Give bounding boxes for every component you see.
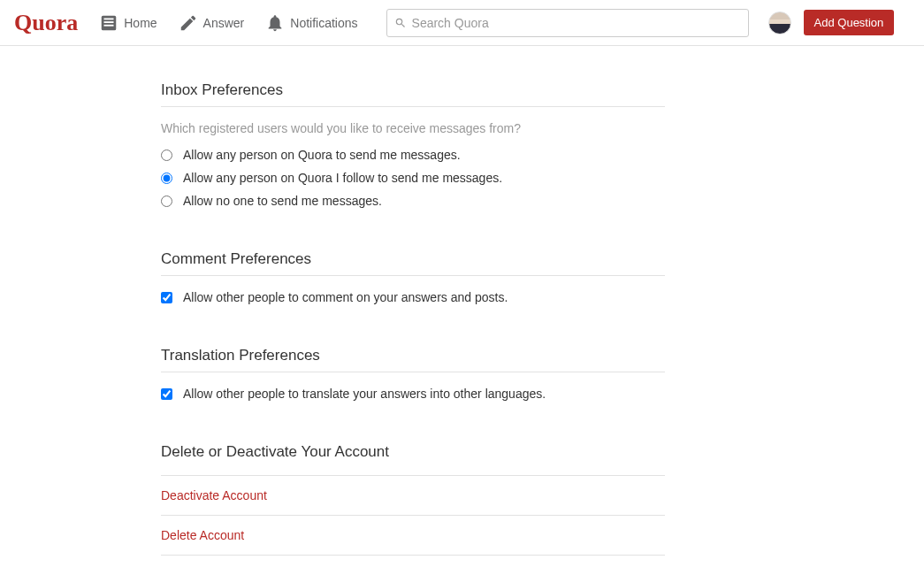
inbox-radio-anyone-input[interactable] xyxy=(161,150,172,161)
translation-checkbox-label[interactable]: Allow other people to translate your ans… xyxy=(183,387,546,401)
comment-checkbox-label[interactable]: Allow other people to comment on your an… xyxy=(183,290,508,304)
avatar[interactable] xyxy=(768,12,791,34)
inbox-title: Inbox Preferences xyxy=(161,81,665,107)
inbox-desc: Which registered users would you like to… xyxy=(161,121,665,135)
svg-rect-1 xyxy=(104,18,114,19)
translation-title: Translation Preferences xyxy=(161,347,665,372)
svg-rect-3 xyxy=(104,24,114,26)
comment-checkbox: Allow other people to comment on your an… xyxy=(161,290,665,304)
nav-answer[interactable]: Answer xyxy=(179,13,245,33)
nav-notifications-label: Notifications xyxy=(290,16,357,30)
nav-home[interactable]: Home xyxy=(99,13,157,33)
comment-title: Comment Preferences xyxy=(161,250,665,276)
home-icon xyxy=(99,13,118,33)
delete-title: Delete or Deactivate Your Account xyxy=(161,443,665,468)
deactivate-item: Deactivate Account xyxy=(161,475,665,516)
nav-answer-label: Answer xyxy=(203,16,245,30)
inbox-radio-none-label[interactable]: Allow no one to send me messages. xyxy=(183,194,382,208)
bell-icon xyxy=(265,13,285,33)
deactivate-link[interactable]: Deactivate Account xyxy=(161,488,267,502)
translation-preferences-section: Translation Preferences Allow other peop… xyxy=(161,347,665,401)
search-icon xyxy=(394,17,407,29)
delete-account-section: Delete or Deactivate Your Account Deacti… xyxy=(161,443,665,556)
inbox-radio-anyone-label[interactable]: Allow any person on Quora to send me mes… xyxy=(183,148,461,162)
answer-icon xyxy=(179,13,198,33)
nav-notifications[interactable]: Notifications xyxy=(265,13,357,33)
svg-rect-2 xyxy=(104,21,114,23)
inbox-radio-follow-input[interactable] xyxy=(161,172,172,184)
inbox-radio-follow: Allow any person on Quora I follow to se… xyxy=(161,171,665,185)
inbox-radio-none: Allow no one to send me messages. xyxy=(161,194,665,208)
inbox-radio-follow-label[interactable]: Allow any person on Quora I follow to se… xyxy=(183,171,502,185)
translation-checkbox-input[interactable] xyxy=(161,388,172,400)
search-box[interactable] xyxy=(386,9,749,37)
comment-preferences-section: Comment Preferences Allow other people t… xyxy=(161,250,665,304)
header-bar: Quora Home Answer Notifications Add Ques… xyxy=(0,0,924,46)
add-question-button[interactable]: Add Question xyxy=(804,10,895,35)
settings-container: Inbox Preferences Which registered users… xyxy=(161,81,665,556)
comment-checkbox-input[interactable] xyxy=(161,292,172,303)
inbox-radio-none-input[interactable] xyxy=(161,196,172,207)
inbox-radio-anyone: Allow any person on Quora to send me mes… xyxy=(161,148,665,162)
delete-item: Delete Account xyxy=(161,516,665,556)
nav-home-label: Home xyxy=(124,16,157,30)
translation-checkbox: Allow other people to translate your ans… xyxy=(161,387,665,401)
search-input[interactable] xyxy=(412,16,741,30)
inbox-preferences-section: Inbox Preferences Which registered users… xyxy=(161,81,665,208)
delete-link[interactable]: Delete Account xyxy=(161,528,244,542)
logo[interactable]: Quora xyxy=(14,10,78,36)
